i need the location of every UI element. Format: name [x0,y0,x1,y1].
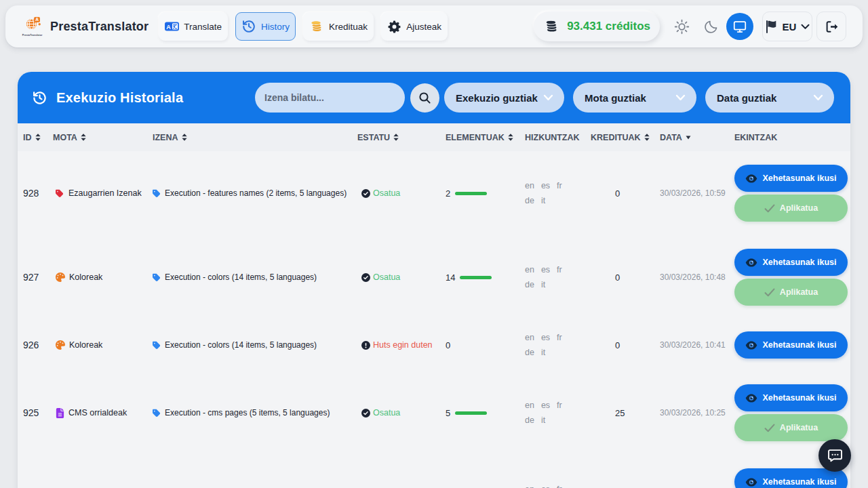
language-tag: fr [557,482,562,488]
search-icon [418,91,432,105]
column-header-kredituak[interactable]: KREDITUAK [591,133,660,142]
table-row: 927 Koloreak Execution - colors (14 item… [18,235,850,319]
column-header-label: KREDITUAK [591,133,641,142]
applied-button[interactable]: Aplikatua [734,414,848,441]
column-header-izena[interactable]: IZENA [153,133,357,142]
type-icon [56,340,65,350]
cell-date: 30/03/2026, 10:59 [660,188,734,198]
search-group [255,83,439,113]
search-button[interactable] [410,83,439,113]
credits-balance-pill[interactable]: 93.431 créditos [534,12,660,41]
cell-credits: 0 [591,340,660,350]
language-tag: de [525,193,534,208]
nav-item-settings[interactable]: Ajusteak [381,12,448,41]
execution-name: Execution - colors (14 items, 5 language… [165,272,317,282]
sort-icon [508,134,513,141]
cell-status: Osatua [357,188,446,198]
eye-icon [745,340,757,350]
language-tag: fr [557,330,562,345]
brand-title: PrestaTranslator [50,20,149,34]
tag-icon [153,189,161,198]
language-tag: de [525,345,534,360]
status-icon [361,409,370,418]
svg-text:A: A [35,17,39,22]
panel-title: Exekuzio Historiala [56,90,183,106]
cell-credits: 0 [591,188,660,199]
view-details-button[interactable]: Xehetasunak ikusi [734,384,848,411]
column-header-data[interactable]: DATA [660,133,734,142]
theme-system-button[interactable] [726,13,753,40]
column-header-label: DATA [660,133,682,142]
applied-button[interactable]: Aplikatua [734,279,848,306]
language-tag: en [525,330,534,345]
button-label: Aplikatua [780,423,818,432]
coins-gold-icon [309,19,324,34]
execution-filter[interactable]: Exekuzio guztiak [444,83,564,113]
column-header-id[interactable]: ID [23,133,53,142]
search-input[interactable] [255,83,405,113]
app-logo[interactable]: A PrestaTranslator [19,16,46,37]
type-label: Koloreak [69,340,102,350]
theme-light-button[interactable] [671,16,692,37]
status-label: Huts egin duten [373,340,433,350]
type-icon [56,408,64,418]
cell-credits: 25 [591,408,660,418]
column-header-elementuak[interactable]: ELEMENTUAK [446,133,525,142]
items-count: 2 [446,188,450,199]
column-header-mota[interactable]: MOTA [53,133,153,142]
cell-languages: enesfr deit [525,262,591,292]
logout-button[interactable] [816,12,846,41]
progress-bar [455,411,487,415]
coins-dark-icon [543,18,559,35]
cell-name: Execution - colors (14 items, 5 language… [153,272,357,282]
cell-id: 926 [23,340,53,350]
monitor-icon [732,19,747,34]
nav-item-label: Kredituak [329,22,368,32]
filter-label: Data guztiak [717,92,776,104]
type-filter[interactable]: Mota guztiak [573,83,696,113]
translate-icon: A [165,22,179,31]
nav-item-history[interactable]: History [235,12,296,41]
view-details-button[interactable]: Xehetasunak ikusi [734,249,848,276]
view-details-button[interactable]: Xehetasunak ikusi [734,331,848,359]
cell-actions: Xehetasunak ikusi Aplikatua [734,151,850,235]
column-header-label: EKINTZAK [734,133,777,142]
language-tag: fr [557,398,562,413]
credits-balance: 93.431 créditos [567,20,650,33]
applied-button[interactable]: Aplikatua [734,195,848,222]
language-tag: es [541,262,550,277]
execution-name: Execution - colors (14 items, 5 language… [165,340,317,350]
column-header-label: ELEMENTUAK [446,133,505,142]
filter-label: Exekuzio guztiak [456,92,538,104]
logo-globe-icon: A [24,16,41,33]
language-tag: en [525,262,534,277]
nav-item-credits[interactable]: Kredituak [303,12,374,41]
moon-icon [703,18,719,35]
column-header-estatu[interactable]: ESTATU [357,133,446,142]
column-header-label: ID [23,133,32,142]
status-label: Osatua [373,272,400,282]
execution-name: Execution - features names (2 items, 5 l… [165,188,347,198]
date-filter[interactable]: Data guztiak [705,83,834,113]
nav-item-translate[interactable]: A Translate [159,12,228,41]
tag-icon [153,341,161,350]
theme-dark-button[interactable] [701,16,722,37]
table-row: 926 Koloreak Execution - colors (14 item… [18,319,850,371]
cell-name: Execution - colors (14 items, 5 language… [153,340,357,350]
cell-languages: enesfr deit [525,398,591,428]
button-label: Xehetasunak ikusi [762,174,836,183]
execution-name: Execution - cms pages (5 items, 5 langua… [165,408,330,418]
view-details-button[interactable]: Xehetasunak ikusi [734,165,848,192]
logo-caption: PrestaTranslator [22,33,43,37]
cell-type: Ezaugarrien Izenak [53,188,153,198]
table-row: 928 Ezaugarrien Izenak Execution - featu… [18,151,850,235]
button-label: Xehetasunak ikusi [762,477,836,487]
chat-widget-button[interactable] [818,439,851,472]
language-tag: fr [557,178,562,193]
type-icon [56,189,64,198]
sun-icon [673,18,690,35]
cell-id: 928 [23,188,53,199]
main-nav: A Translate History Kredituak Ajusteak [159,12,448,41]
language-selector[interactable]: EU [762,12,812,41]
status-icon [361,189,370,198]
